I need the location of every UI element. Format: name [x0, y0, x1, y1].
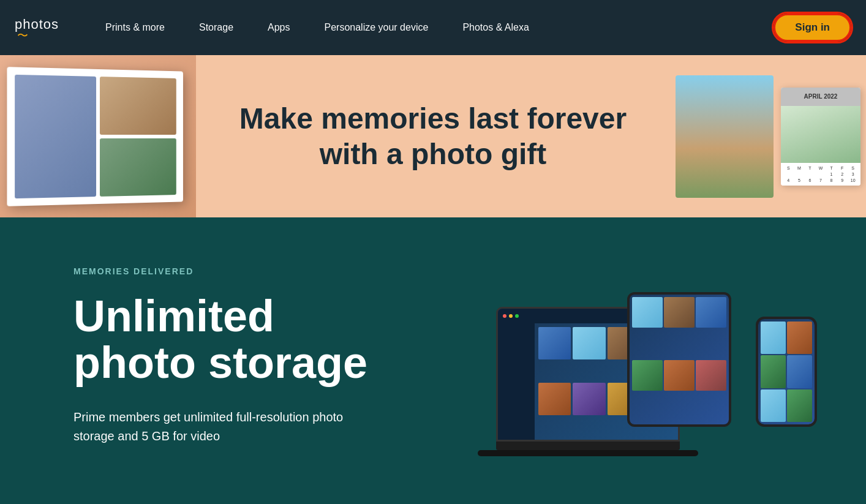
cal-cell: M: [794, 165, 805, 171]
phone-row-1: [761, 322, 812, 354]
navigation: photos 〜 Prints & more Storage Apps Pers…: [0, 0, 866, 55]
nav-link-personalize[interactable]: Personalize your device: [307, 22, 446, 33]
calendar-grid: S M T W T F S 1 2 3 4 5 6 7 8 9 10: [781, 163, 860, 186]
phone-row-3: [761, 389, 812, 422]
cal-cell: [805, 171, 815, 177]
banner-calendar: APRIL 2022 S M T W T F S 1 2 3 4 5 6 7: [781, 88, 860, 186]
logo-smile-icon: 〜: [17, 32, 28, 39]
main-heading: Unlimited photo storage: [73, 293, 429, 386]
cal-cell: 10: [848, 178, 858, 183]
minimize-dot: [509, 314, 513, 318]
laptop-stand: [496, 442, 680, 450]
main-heading-line1: Unlimited: [73, 291, 274, 340]
cal-cell: F: [837, 165, 848, 171]
cal-cell: W: [816, 165, 826, 171]
logo[interactable]: photos 〜: [15, 17, 59, 39]
cal-cell: 8: [826, 178, 837, 183]
banner-text: Make memories last forever with a photo …: [203, 101, 663, 171]
banner-family-photo: [676, 75, 774, 198]
hero-banner: Make memories last forever with a photo …: [0, 55, 866, 217]
calendar-photo: [781, 106, 860, 163]
banner-photo-inner: [676, 75, 774, 198]
main-heading-line2: photo storage: [73, 338, 367, 387]
section-eyebrow: MEMORIES DELIVERED: [73, 266, 429, 276]
cal-cell: 7: [816, 178, 826, 183]
cal-cell: 9: [837, 178, 848, 183]
phone-photo-5: [761, 389, 786, 422]
device-tablet: [627, 292, 731, 427]
nav-link-prints-more[interactable]: Prints & more: [88, 22, 182, 33]
phone-row-2: [761, 355, 812, 388]
banner-title-line2: with a photo gift: [320, 138, 547, 170]
cal-cell: [783, 171, 794, 177]
phone-photo-2: [787, 322, 812, 354]
banner-left-decoration: [0, 55, 196, 217]
cal-cell: [794, 171, 805, 177]
cal-cell: 1: [826, 171, 837, 177]
laptop-base: [478, 450, 698, 456]
main-description: Prime members get unlimited full-resolut…: [73, 408, 367, 446]
main-content-right: [465, 266, 793, 504]
cal-cell: 3: [848, 171, 858, 177]
cal-cell: 5: [794, 178, 805, 183]
banner-title-line1: Make memories last forever: [239, 102, 627, 135]
banner-title: Make memories last forever with a photo …: [239, 101, 627, 171]
screen-photo-5: [538, 383, 571, 415]
photo-book: [7, 67, 183, 206]
nav-link-photos-alexa[interactable]: Photos & Alexa: [445, 22, 546, 33]
photo-cell-family: [15, 74, 96, 198]
phone-photo-1: [761, 322, 786, 354]
main-section: MEMORIES DELIVERED Unlimited photo stora…: [0, 217, 866, 504]
cal-cell: S: [783, 165, 794, 171]
cal-cell: 6: [805, 178, 815, 183]
tablet-photo-2: [664, 297, 695, 328]
tablet-screen: [630, 295, 729, 424]
screen-photo-2: [573, 327, 605, 359]
nav-links: Prints & more Storage Apps Personalize y…: [88, 22, 774, 33]
maximize-dot: [515, 314, 519, 318]
banner-right-decoration: APRIL 2022 S M T W T F S 1 2 3 4 5 6 7: [670, 55, 866, 217]
phone-photo-3: [761, 355, 786, 388]
tablet-photo-3: [696, 297, 726, 328]
cal-cell: 2: [837, 171, 848, 177]
sign-in-button[interactable]: Sign in: [774, 13, 851, 42]
cal-cell: [816, 171, 826, 177]
calendar-header: APRIL 2022: [781, 88, 860, 106]
tablet-photo-6: [696, 360, 726, 391]
photo-cell-outdoor: [100, 138, 176, 196]
tablet-photo-5: [664, 360, 695, 391]
screen-sidebar: [498, 323, 535, 440]
cal-cell: T: [826, 165, 837, 171]
device-phone: [756, 317, 817, 427]
main-content-left: MEMORIES DELIVERED Unlimited photo stora…: [73, 266, 429, 446]
phone-screen: [758, 319, 815, 424]
nav-link-storage[interactable]: Storage: [182, 22, 250, 33]
cal-cell: S: [848, 165, 858, 171]
phone-photo-4: [787, 355, 812, 388]
cal-cell: T: [805, 165, 815, 171]
screen-photo-6: [573, 383, 605, 415]
photo-cell-portrait: [100, 77, 176, 135]
screen-photo-1: [538, 327, 571, 359]
phone-photo-6: [787, 389, 812, 422]
tablet-photo-1: [632, 297, 663, 328]
nav-link-apps[interactable]: Apps: [250, 22, 307, 33]
tablet-photo-4: [632, 360, 663, 391]
close-dot: [503, 314, 506, 318]
cal-cell: 4: [783, 178, 794, 183]
